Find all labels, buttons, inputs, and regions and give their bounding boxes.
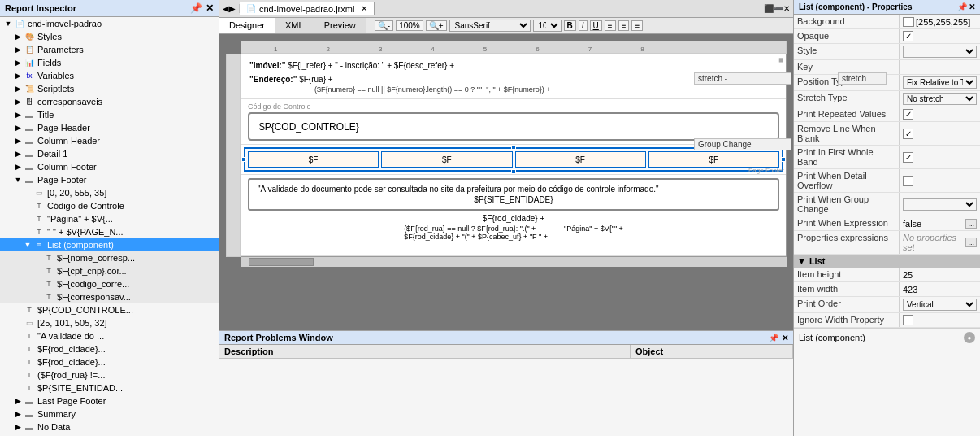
zoom-in-btn[interactable]: 🔍+ [426,20,447,31]
expand-icon[interactable]: ▼ [3,20,13,28]
list-section-expand[interactable]: ▼ [797,256,806,266]
tree-item-lc3[interactable]: T $F{codigo_corre... [0,277,219,290]
close-view-icon[interactable]: ✕ [783,4,790,13]
expand-icon-fields[interactable]: ▶ [13,59,23,67]
tree-item-pageheader[interactable]: ▶ ▬ Page Header [0,121,219,134]
tree-item-nodata[interactable]: ▶ ▬ No Data [0,421,219,434]
tree-item-detail[interactable]: ▶ ▬ Detail 1 [0,147,219,160]
print-overflow-checkbox[interactable] [903,176,913,186]
tab-designer[interactable]: Designer [219,18,275,33]
tree-item-rodrua[interactable]: T ($F{rod_rua} !=... [0,368,219,382]
expand-icon-scriptlets[interactable]: ▶ [13,85,23,93]
h-scrollbar[interactable] [241,257,787,267]
expand-icon-ch[interactable]: ▶ [13,137,23,145]
handle-top[interactable] [511,145,516,150]
props-scroll[interactable]: Background [255,255,255] Opaque Style [794,15,980,436]
prop-value-print-overflow[interactable] [900,169,980,192]
prop-value-background[interactable]: [255,255,255] [900,15,980,28]
close-icon[interactable]: ✕ [206,2,214,14]
group-change-select[interactable] [903,198,977,211]
prop-value-ignore-width[interactable] [900,313,980,327]
align-center-btn[interactable]: ≡ [618,20,630,31]
maximize-icon[interactable]: ⬛ [764,4,774,13]
tree-item-pf4[interactable]: T " " + $V{PAGE_N... [0,225,219,238]
expand-icon-ph[interactable]: ▶ [13,124,23,132]
italic-btn[interactable]: I [579,20,588,31]
underline-btn[interactable]: U [590,20,602,31]
zoom-out-btn[interactable]: 🔍- [375,20,393,31]
expand-icon-pf[interactable]: ▼ [13,176,23,184]
tree-item-lc2[interactable]: T $F{cpf_cnp}.cor... [0,264,219,277]
prop-value-style[interactable] [900,44,980,59]
h-scrollbar-thumb[interactable] [249,258,314,266]
expand-icon-styles[interactable]: ▶ [13,33,23,41]
expand-icon-nodata[interactable]: ▶ [13,423,23,431]
prop-value-position-type[interactable]: Fix Relative to Top [900,75,980,90]
tree-item-validez[interactable]: T "A validade do ... [0,329,219,342]
align-left-btn[interactable]: ≡ [605,20,616,31]
nav-prev-icon[interactable]: ◀ [223,4,229,13]
canvas-scroll[interactable]: 12345678 [219,34,793,330]
tree-item-parameters[interactable]: ▶ 📋 Parameters [0,43,219,56]
tree-item-summary[interactable]: ▶ ▬ Summary [0,408,219,421]
prop-value-item-width[interactable]: 423 [900,282,980,296]
expand-icon-params[interactable]: ▶ [13,46,23,54]
handle-right[interactable] [781,157,786,162]
tree-item-columnfooter[interactable]: ▶ ▬ Column Footer [0,160,219,173]
nav-next-icon[interactable]: ▶ [229,4,236,13]
tree-container[interactable]: ▼ 📄 cnd-imovel-padrao ▶ 🎨 Styles ▶ 📋 Par… [0,17,219,436]
remove-line-checkbox[interactable] [903,129,913,139]
tree-item-lc4[interactable]: T $F{corresponsav... [0,290,219,303]
prop-value-opaque[interactable] [900,29,980,43]
pin-icon[interactable]: 📌 [190,2,202,14]
prop-value-group-change[interactable] [900,193,980,216]
print-repeated-checkbox[interactable] [903,109,913,120]
handle-left[interactable] [241,157,246,162]
tree-item-siteentid[interactable]: T $P{SITE_ENTIDAD... [0,382,219,395]
tree-item-root[interactable]: ▼ 📄 cnd-imovel-padrao [0,17,219,30]
align-right-btn[interactable]: ≡ [631,20,643,31]
tab-preview[interactable]: Preview [314,18,366,33]
font-selector[interactable]: SansSerif [449,20,531,32]
tree-item-corresponsaveis[interactable]: ▶ 🗄 corresponsaveis [0,95,219,108]
stretch-type-select[interactable]: No stretch [903,93,977,105]
prop-value-remove-line[interactable] [900,122,980,145]
info-icon[interactable]: ● [964,332,975,343]
expand-icon-corresp[interactable]: ▶ [13,98,23,106]
tree-item-lc1[interactable]: T $F{nome_corresp... [0,251,219,264]
style-select[interactable] [903,46,977,58]
ignore-width-checkbox[interactable] [903,315,913,325]
expand-icon-title[interactable]: ▶ [13,111,23,119]
font-size-selector[interactable]: 10 [533,20,562,32]
problems-close-icon[interactable]: ✕ [782,334,788,342]
file-tab-close[interactable]: ✕ [361,4,367,13]
tree-item-pf1[interactable]: ▭ [0, 20, 555, 35] [0,186,219,199]
nav-arrows[interactable]: ◀ ▶ [219,4,240,13]
tree-item-codcontrole[interactable]: T $P{COD_CONTROLE... [0,303,219,316]
print-expression-ellipsis[interactable]: ... [965,219,977,229]
minimize-icon[interactable]: ➖ [774,4,783,13]
expand-icon-lpf[interactable]: ▶ [13,397,23,405]
expand-icon-listcomp[interactable]: ▼ [23,241,33,249]
list-component-boxes[interactable]: $F $F $F $F [244,147,783,172]
opaque-checkbox[interactable] [903,31,913,41]
props-pin-icon[interactable]: 📌 [957,2,967,11]
expand-icon-detail[interactable]: ▶ [13,150,23,158]
position-type-select[interactable]: Fix Relative to Top [903,76,977,89]
prop-value-print-repeated[interactable] [900,107,980,121]
zoom-100-btn[interactable]: 100% [396,20,423,31]
tab-xml[interactable]: XML [275,18,314,33]
prop-value-print-expression[interactable]: false ... [900,216,980,230]
bold-btn[interactable]: B [564,20,576,31]
tree-item-columnheader[interactable]: ▶ ▬ Column Header [0,134,219,147]
tree-item-fields[interactable]: ▶ 📊 Fields [0,56,219,69]
prop-expressions-ellipsis[interactable]: ... [965,238,977,247]
prop-value-item-height[interactable]: 25 [900,268,980,281]
tree-item-styles[interactable]: ▶ 🎨 Styles [0,30,219,43]
props-close-icon[interactable]: ✕ [969,2,975,11]
expand-icon-vars[interactable]: ▶ [13,72,23,80]
print-first-checkbox[interactable] [903,152,913,163]
tree-item-pf3[interactable]: T "Página" + $V{... [0,212,219,225]
expand-icon-cf[interactable]: ▶ [13,163,23,171]
tree-item-listcomp[interactable]: ▼ ≡ List (component) [0,238,219,251]
